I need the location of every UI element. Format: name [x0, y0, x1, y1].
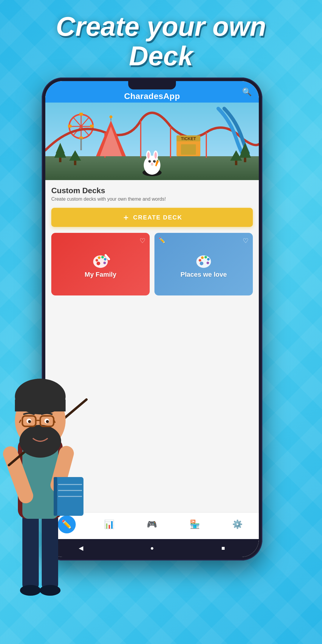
svg-point-61 — [196, 255, 211, 268]
settings-nav-icon: ⚙️ — [232, 519, 243, 529]
svg-rect-77 — [54, 477, 57, 516]
svg-point-54 — [95, 259, 98, 262]
create-deck-label: CREATE DECK — [133, 214, 182, 221]
nav-games[interactable]: 🎮 — [143, 515, 161, 533]
svg-point-55 — [98, 256, 100, 259]
palette-icon-my-family — [90, 250, 111, 271]
nav-store[interactable]: 🏪 — [186, 515, 204, 533]
teacher-character — [0, 340, 101, 608]
svg-point-86 — [30, 430, 51, 437]
heart-icon-places: ♡ — [243, 237, 249, 245]
svg-point-67 — [200, 261, 203, 265]
games-nav-icon: 🎮 — [147, 519, 157, 529]
svg-point-95 — [46, 420, 49, 423]
stats-nav-icon: 📊 — [104, 519, 114, 529]
svg-rect-69 — [42, 513, 58, 590]
svg-point-94 — [28, 420, 31, 423]
svg-rect-84 — [15, 400, 66, 411]
svg-point-56 — [101, 256, 104, 258]
svg-rect-30 — [244, 158, 246, 162]
svg-point-48 — [147, 152, 150, 159]
app-bar: CharadesApp 🔍 — [45, 81, 259, 103]
places-we-love-label: Places we love — [180, 271, 227, 278]
pencil-icon-places: ✏️ — [159, 237, 165, 244]
nav-stats[interactable]: 📊 — [100, 515, 118, 533]
home-button[interactable]: ● — [148, 544, 157, 552]
svg-point-70 — [20, 585, 41, 596]
create-deck-button[interactable]: ＋ CREATE DECK — [51, 208, 253, 227]
nav-settings[interactable]: ⚙️ — [228, 515, 246, 533]
svg-point-71 — [40, 585, 61, 596]
plus-icon: ＋ — [122, 212, 130, 223]
svg-point-64 — [205, 256, 207, 258]
section-title: Custom Decks — [51, 186, 253, 195]
svg-point-58 — [103, 261, 106, 264]
svg-rect-11 — [68, 125, 72, 128]
recents-button[interactable]: ■ — [219, 544, 228, 552]
store-nav-icon: 🏪 — [190, 519, 200, 529]
svg-point-24 — [109, 115, 112, 118]
deck-card-places-we-love[interactable]: ✏️ ♡ Places we love — [154, 233, 253, 295]
svg-point-44 — [154, 161, 155, 162]
svg-point-49 — [154, 152, 157, 159]
page-title: Create your own Deck — [0, 12, 322, 71]
svg-rect-68 — [22, 513, 39, 590]
svg-rect-10 — [90, 125, 94, 128]
section-subtitle: Create custom decks with your own theme … — [51, 196, 253, 202]
heart-icon-my-family: ♡ — [140, 237, 145, 245]
svg-rect-8 — [79, 113, 83, 116]
deck-cards-container: ♡ — [51, 233, 253, 295]
svg-point-65 — [207, 258, 210, 261]
svg-point-53 — [93, 255, 108, 268]
svg-point-59 — [97, 261, 100, 265]
svg-rect-20 — [181, 144, 196, 155]
svg-point-57 — [104, 258, 106, 261]
search-icon[interactable]: 🔍 — [242, 87, 252, 97]
palette-icon-places — [193, 250, 214, 271]
app-title: CharadesApp — [124, 92, 180, 101]
svg-rect-32 — [235, 161, 237, 165]
svg-rect-34 — [74, 161, 76, 165]
svg-text:TICKET: TICKET — [181, 136, 196, 141]
svg-rect-27 — [59, 158, 61, 162]
deck-card-my-family[interactable]: ♡ — [51, 233, 150, 295]
hero-banner: TICKET — [45, 103, 259, 180]
svg-point-62 — [199, 259, 201, 262]
my-family-label: My Family — [85, 271, 116, 278]
svg-point-45 — [151, 163, 153, 165]
svg-point-63 — [201, 256, 204, 259]
svg-point-43 — [150, 161, 151, 162]
svg-point-66 — [207, 261, 209, 264]
